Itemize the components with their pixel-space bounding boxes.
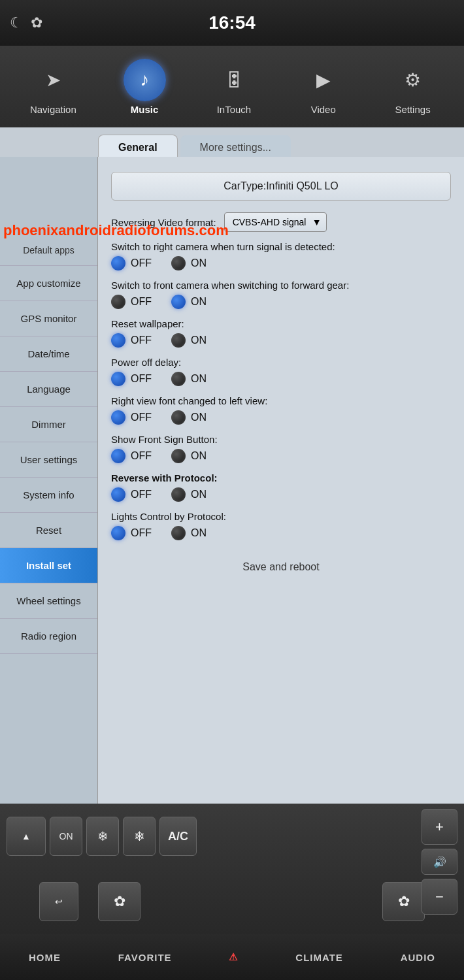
front-camera-off[interactable]: OFF [111,295,152,309]
right-camera-off-dot [111,256,125,270]
reverse-protocol-off-dot [111,487,125,502]
right-view-font-on-dot [171,410,186,425]
right-view-font-on[interactable]: ON [171,410,207,425]
front-sign-button-radio-row: OFF ON [111,449,451,463]
front-camera-off-dot [111,295,125,309]
climate-fan-left-button[interactable]: ❄ [86,817,119,856]
sidebar: Default apps App customize GPS monitor D… [0,157,98,804]
power-off-delay-off[interactable]: OFF [111,372,152,386]
sidebar-item-settings[interactable]: ⚙ Settings [391,59,434,115]
bottom-nav-alert[interactable]: ⚠ [216,945,251,970]
right-view-font-off-label: OFF [131,412,152,423]
sidebar-item-system-info[interactable]: System info [0,478,97,513]
settings-icon: ⚙ [391,59,434,101]
nav-icon-row: ➤ Navigation ♪ Music 🎛 InTouch ▶ Video ⚙… [0,46,464,127]
front-sign-button-off-dot [111,449,125,463]
bottom-nav-favorite[interactable]: FAVORITE [105,945,185,970]
lights-control-label: Lights Control by Protocol: [111,511,451,522]
settings-label: Settings [395,104,430,115]
bottom-nav-audio[interactable]: AUDIO [388,945,448,970]
lights-control-on-dot [171,526,186,540]
climate-back-button[interactable]: ↩ [39,882,78,921]
default-apps-label: Default apps [0,235,97,266]
lights-control-off-label: OFF [131,527,152,539]
lights-control-on-label: ON [191,527,207,539]
power-off-delay-off-label: OFF [131,373,152,385]
reversing-video-select[interactable]: CVBS-AHD signal [224,212,327,232]
lights-control-off-dot [111,526,125,540]
reset-wallpaper-off[interactable]: OFF [111,333,152,348]
sidebar-item-language[interactable]: Language [0,372,97,407]
reset-wallpaper-on[interactable]: ON [171,333,207,348]
save-reboot-button[interactable]: Save and reboot [111,553,451,581]
right-view-font-off[interactable]: OFF [111,410,152,425]
right-camera-off-label: OFF [131,257,152,269]
climate-minus-button[interactable]: − [422,879,457,915]
sidebar-item-gps-monitor[interactable]: GPS monitor [0,301,97,336]
right-camera-off[interactable]: OFF [111,256,152,270]
climate-ac-button[interactable]: A/C [159,817,197,856]
reverse-protocol-label: Reverse with Protocol: [111,472,451,483]
sidebar-item-app-customize[interactable]: App customize [0,266,97,301]
clock: 16:54 [208,12,256,33]
moon-icon: ☾ [10,14,23,31]
power-off-delay-on-label: ON [191,373,207,385]
bottom-nav-home[interactable]: HOME [16,945,74,970]
video-label: Video [311,104,336,115]
front-camera-on-dot [171,295,186,309]
climate-bar: ▲ ON ❄ ❄ A/C ↩ ✿ ✿ [0,804,464,934]
status-icons: ☾ ✿ [10,14,42,31]
front-sign-button-off[interactable]: OFF [111,449,152,463]
climate-on-button[interactable]: ON [50,817,82,856]
lights-control-radio-row: OFF ON [111,526,451,540]
climate-fan-high-button[interactable]: ✿ [382,882,425,921]
right-camera-on-label: ON [191,257,207,269]
front-sign-button-on-dot [171,449,186,463]
sidebar-item-music[interactable]: ♪ Music [124,59,166,115]
front-sign-button-on[interactable]: ON [171,449,207,463]
bottom-nav-climate[interactable]: CLIMATE [282,945,356,970]
climate-volume-button[interactable]: 🔊 [422,849,457,875]
status-bar: ☾ ✿ 16:54 [0,0,464,46]
sidebar-item-radio-region[interactable]: Radio region [0,619,97,654]
music-label: Music [131,104,159,115]
reverse-protocol-on[interactable]: ON [171,487,207,502]
power-off-delay-on-dot [171,372,186,386]
watermark: phoenixandroidradioforums.com [3,222,229,239]
front-camera-on[interactable]: ON [171,295,207,309]
navigation-icon: ➤ [32,59,75,101]
lights-control-off[interactable]: OFF [111,526,152,540]
right-camera-radio-row: OFF ON [111,256,451,270]
sidebar-item-install-set[interactable]: Install set [0,548,97,583]
sidebar-item-datetime[interactable]: Date/time [0,336,97,372]
sidebar-item-wheel-settings[interactable]: Wheel settings [0,583,97,619]
lights-control-on[interactable]: ON [171,526,207,540]
front-camera-off-label: OFF [131,296,152,308]
reverse-protocol-radio-row: OFF ON [111,487,451,502]
front-camera-radio-row: OFF ON [111,295,451,309]
power-off-delay-on[interactable]: ON [171,372,207,386]
climate-up-button[interactable]: ▲ [7,817,46,856]
power-off-delay-radio-row: OFF ON [111,372,451,386]
intouch-label: InTouch [217,104,252,115]
reversing-video-dropdown-outer[interactable]: CVBS-AHD signal ▼ [224,212,327,232]
right-camera-on[interactable]: ON [171,256,207,270]
reverse-protocol-off[interactable]: OFF [111,487,152,502]
climate-fan-low-button[interactable]: ✿ [98,882,141,921]
front-camera-label: Switch to front camera when switching to… [111,280,451,291]
sidebar-item-reset[interactable]: Reset [0,513,97,548]
right-view-font-on-label: ON [191,412,207,423]
front-sign-button-on-label: ON [191,450,207,462]
sidebar-item-navigation[interactable]: ➤ Navigation [30,59,76,115]
climate-side-controls: + 🔊 − [422,809,457,915]
reset-wallpaper-on-label: ON [191,335,207,346]
climate-bottom-row: ↩ ✿ ✿ [0,869,464,934]
climate-fan-mid-button[interactable]: ❄ [123,817,156,856]
sidebar-item-intouch[interactable]: 🎛 InTouch [212,59,255,115]
climate-plus-button[interactable]: + [422,809,457,845]
sidebar-item-dimmer[interactable]: Dimmer [0,407,97,442]
right-panel: CarType:Infiniti Q50L LO Reversing Video… [98,157,464,804]
sidebar-item-video[interactable]: ▶ Video [302,59,344,115]
main-content: Default apps App customize GPS monitor D… [0,157,464,804]
sidebar-item-user-settings[interactable]: User settings [0,442,97,478]
